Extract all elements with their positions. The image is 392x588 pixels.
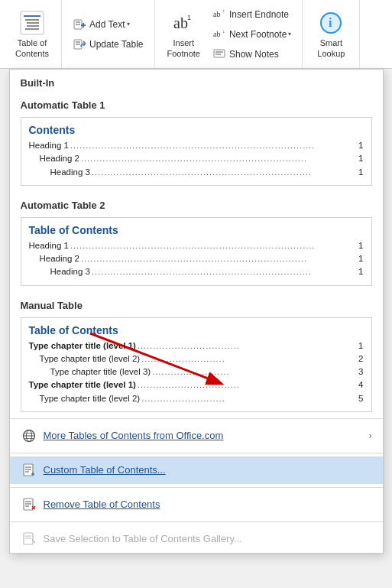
add-text-label: Add Text: [89, 19, 125, 30]
toc-group: Table of Contents: [3, 0, 62, 68]
remove-toc-menu-item[interactable]: Remove Table of Contents: [10, 491, 383, 518]
more-tables-label: More Tables of Contents from Office.com: [44, 430, 369, 441]
auto1-entry-1: Heading 2 ..............................…: [29, 152, 364, 165]
more-tables-arrow: ›: [369, 430, 372, 441]
svg-text:i: i: [329, 16, 332, 29]
auto1-label: Automatic Table 1: [10, 92, 383, 114]
next-footnote-label: Next Footnote: [229, 29, 287, 40]
table-of-contents-button[interactable]: Table of Contents: [9, 4, 55, 65]
svg-text:ab: ab: [173, 15, 188, 31]
save-selection-label: Save Selection to Table of Contents Gall…: [44, 533, 372, 544]
smart-lookup-label: Smart Lookup: [317, 38, 345, 58]
svg-rect-20: [214, 50, 225, 57]
add-text-button[interactable]: Add Text ▾: [68, 15, 148, 34]
save-selection-icon: [21, 531, 37, 547]
globe-icon: [21, 427, 37, 444]
insert-footnote-button[interactable]: ab 1 Insert Footnote: [161, 4, 206, 65]
footnote-group: ab 1 Insert Footnote ab ↑ Insert Endnote: [155, 0, 303, 68]
builtin-section-label: Built-In: [10, 70, 383, 92]
show-notes-icon: [212, 47, 226, 61]
save-selection-menu-item: Save Selection to Table of Contents Gall…: [10, 525, 383, 553]
dropdown-panel: Built-In Automatic Table 1 Contents Head…: [9, 69, 384, 554]
remove-toc-label: Remove Table of Contents: [44, 499, 372, 510]
update-table-icon: [73, 37, 86, 51]
toc-label: Table of Contents: [15, 38, 49, 58]
auto2-entry-2: Heading 3 ..............................…: [29, 265, 364, 278]
ribbon: Table of Contents Add Text ▾: [0, 0, 392, 69]
manual-entry-1: Type chapter title (level 2) ...........…: [29, 352, 364, 365]
custom-toc-icon: [21, 462, 37, 479]
auto1-entry-0: Heading 1 ..............................…: [29, 139, 364, 152]
smart-lookup-group: i Smart Lookup: [303, 0, 360, 68]
svg-text:↑: ↑: [222, 9, 225, 14]
add-text-dropdown-arrow: ▾: [127, 21, 130, 28]
insert-footnote-icon: ab 1: [170, 9, 197, 37]
insert-endnote-label: Insert Endnote: [229, 9, 289, 20]
manual-toc-title: Table of Contents: [29, 324, 364, 336]
divider-1: [10, 418, 383, 419]
auto2-label: Automatic Table 2: [10, 192, 383, 214]
manual-entry-4: Type chapter title (level 2) ...........…: [29, 392, 364, 405]
manual-entry-3: Type chapter title (level 1) ...........…: [29, 378, 364, 391]
auto1-toc-title: Contents: [29, 124, 364, 136]
footnote-stacked: ab ↑ Insert Endnote ab ↓ Next Footnote ▾: [208, 5, 296, 63]
next-footnote-button[interactable]: ab ↓ Next Footnote ▾: [208, 25, 296, 44]
auto2-entry-1: Heading 2 ..............................…: [29, 252, 364, 265]
next-footnote-dropdown-arrow: ▾: [288, 31, 291, 37]
custom-toc-menu-item[interactable]: Custom Table of Contents...: [10, 456, 383, 484]
toc-icon: [18, 9, 46, 37]
svg-text:ab: ab: [213, 10, 220, 18]
auto2-preview[interactable]: Table of Contents Heading 1 ............…: [21, 217, 372, 286]
remove-toc-icon: [21, 496, 37, 513]
add-text-icon: [73, 18, 86, 31]
smart-lookup-button[interactable]: i Smart Lookup: [309, 4, 353, 65]
insert-endnote-button[interactable]: ab ↑ Insert Endnote: [208, 5, 296, 24]
manual-preview[interactable]: Table of Contents Type chapter title (le…: [21, 317, 372, 412]
auto2-entry-0: Heading 1 ..............................…: [29, 239, 364, 252]
more-tables-menu-item[interactable]: More Tables of Contents from Office.com …: [10, 422, 383, 450]
svg-text:↓: ↓: [222, 29, 225, 34]
auto1-preview[interactable]: Contents Heading 1 .....................…: [21, 117, 372, 186]
manual-entry-2: Type chapter title (level 3) ...........…: [29, 365, 364, 378]
show-notes-label: Show Notes: [229, 49, 279, 60]
svg-text:1: 1: [187, 14, 191, 21]
svg-text:ab: ab: [213, 30, 220, 38]
manual-entry-0: Type chapter title (level 1) ...........…: [29, 339, 364, 352]
divider-2: [10, 453, 383, 453]
update-table-button[interactable]: Update Table: [68, 35, 148, 54]
auto1-entry-2: Heading 3 ..............................…: [29, 166, 364, 179]
custom-toc-label: Custom Table of Contents...: [44, 464, 372, 476]
add-update-group: Add Text ▾ Update Table: [62, 0, 155, 68]
insert-endnote-icon: ab ↑: [212, 8, 226, 21]
stacked-buttons: Add Text ▾ Update Table: [68, 15, 148, 54]
divider-4: [10, 521, 383, 522]
auto2-toc-title: Table of Contents: [29, 224, 364, 236]
smart-lookup-icon: i: [317, 9, 345, 37]
insert-footnote-label: Insert Footnote: [167, 38, 200, 58]
next-footnote-icon: ab ↓: [212, 28, 226, 41]
update-table-label: Update Table: [89, 39, 144, 50]
manual-label: Manual Table: [10, 292, 383, 314]
divider-3: [10, 487, 383, 488]
show-notes-button[interactable]: Show Notes: [208, 45, 296, 63]
